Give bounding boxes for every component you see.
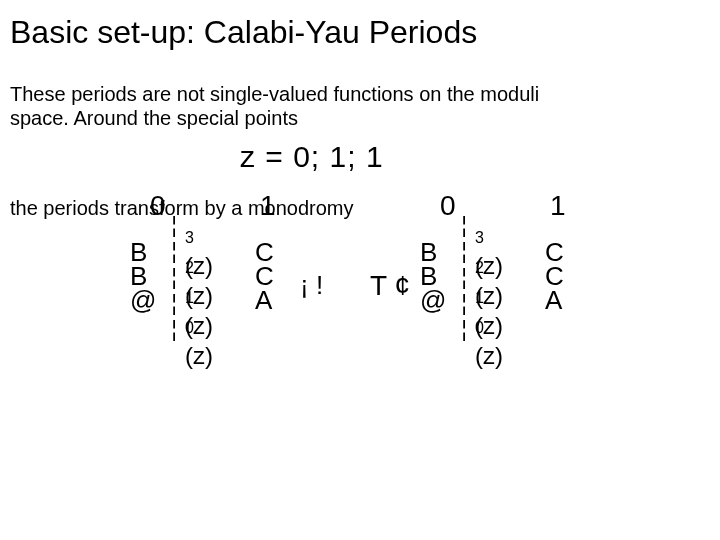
right-bracket-col: C C A [255,240,274,312]
bracket-A: A [545,288,564,312]
bar-seg: ¦ [460,238,468,264]
bar-seg: ¦ [460,316,468,342]
sub-2: 2 [475,253,484,283]
vertical-bar: ¦ ¦ ¦ ¦ ¦ [170,212,178,342]
sub-3: 3 [475,223,484,253]
paragraph-line-1: These periods are not single-valued func… [10,83,539,105]
monodromy-T: T ¢ [370,270,410,302]
sub-3: 3 [185,223,194,253]
period-rows: 3(z) 2(z) 1(z) 0(z) [185,212,213,332]
sub-1: 1 [185,283,194,313]
paragraph-line-2: space. Around the special points [10,107,298,129]
sub-0: 0 [185,313,194,343]
bracket-at: @ [130,288,156,312]
left-bracket-col: B B @ [420,240,446,312]
bar-seg: ¦ [460,212,468,238]
corner-top-right: 1 [550,190,566,222]
sub-1: 1 [475,283,484,313]
bar-seg: ¦ [170,290,178,316]
bar-seg: ¦ [170,238,178,264]
vertical-bar: ¦ ¦ ¦ ¦ ¦ [460,212,468,342]
equation-special-points: z = 0; 1; 1 [240,140,384,174]
fn-z: (z) [475,342,503,369]
corner-top-left: 0 [150,190,166,222]
bracket-at: @ [420,288,446,312]
page-title: Basic set-up: Calabi-Yau Periods [10,14,477,51]
bar-seg: ¦ [460,290,468,316]
sub-0: 0 [475,313,484,343]
bar-seg: ¦ [170,264,178,290]
fn-z: (z) [185,342,213,369]
row-3: 3(z) [475,212,503,242]
corner-top-right: 1 [260,190,276,222]
period-rows: 3(z) 2(z) 1(z) 0(z) [475,212,503,332]
right-bracket-col: C C A [545,240,564,312]
left-bracket-col: B B @ [130,240,156,312]
intro-paragraph: These periods are not single-valued func… [10,82,710,130]
monodromy-sentence: the periods transform by a monodromy [10,197,354,220]
row-3: 3(z) [185,212,213,242]
bar-seg: ¦ [170,316,178,342]
bracket-A: A [255,288,274,312]
sub-2: 2 [185,253,194,283]
maps-to-arrow: ¡ ! [300,270,323,301]
bar-seg: ¦ [460,264,468,290]
bar-seg: ¦ [170,212,178,238]
corner-top-left: 0 [440,190,456,222]
